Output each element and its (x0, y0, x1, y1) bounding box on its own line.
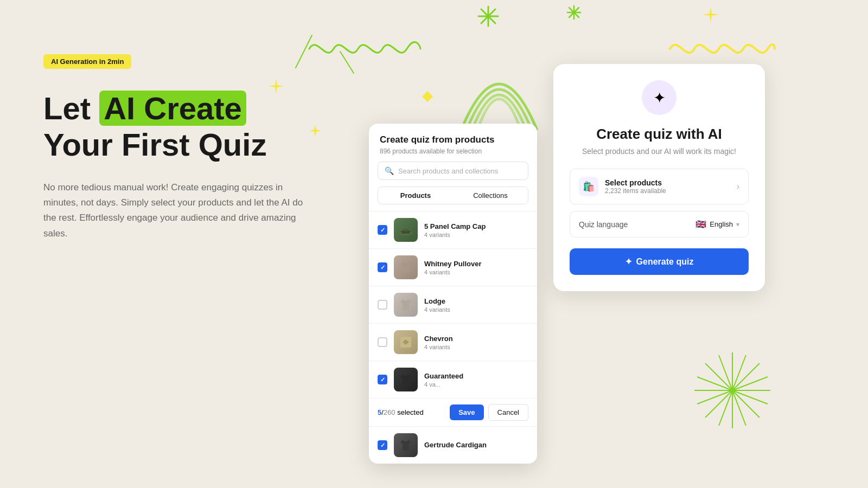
product-item-camp-cap[interactable]: 5 Panel Camp Cap 4 variants (369, 211, 537, 248)
products-modal: Create quiz from products 896 products a… (369, 124, 537, 464)
selected-number: 5 (378, 408, 381, 416)
checkbox-guaranteed[interactable] (378, 375, 387, 384)
modal-title: Create quiz from products (380, 134, 526, 145)
chevron-down-icon: ▾ (736, 221, 739, 228)
total-number: 260 (384, 408, 395, 416)
select-products-info: Select products 2,232 items available (605, 178, 737, 195)
product-item-whitney[interactable]: Whitney Pullover 4 variants (369, 248, 537, 286)
selected-count: 5/260 selected (378, 408, 424, 416)
hero-title: Let AI Create Your First Quiz (43, 91, 358, 163)
hero-title-prefix: Let (43, 91, 99, 126)
quiz-language-row[interactable]: Quiz language 🇬🇧 English ▾ (570, 211, 749, 237)
product-name-lodge: Lodge (424, 297, 528, 305)
product-info-chevron: Chevron 4 variants (424, 335, 528, 350)
hero-description: No more tedious manual work! Create enga… (43, 180, 315, 241)
product-thumb-gertrude (394, 433, 418, 457)
svg-rect-19 (401, 231, 410, 234)
svg-line-13 (705, 363, 760, 418)
svg-line-15 (697, 377, 768, 404)
product-thumb-guaranteed (394, 368, 418, 391)
product-name-gertrude: Gertrude Cardigan (424, 441, 528, 449)
product-info-whitney: Whitney Pullover 4 variants (424, 260, 528, 275)
svg-line-14 (697, 377, 768, 404)
shopping-bag-icon: 🛍️ (579, 177, 598, 196)
language-selector[interactable]: 🇬🇧 English ▾ (695, 219, 739, 229)
svg-line-3 (481, 9, 495, 23)
quiz-language-label: Quiz language (579, 220, 695, 229)
svg-line-6 (569, 8, 579, 17)
select-products-label: Select products (605, 178, 737, 187)
svg-line-12 (705, 363, 760, 418)
generate-quiz-button[interactable]: ✦ Generate quiz (570, 248, 749, 275)
save-bar: 5/260 selected Save Cancel (369, 398, 537, 426)
select-products-row[interactable]: 🛍️ Select products 2,232 items available… (570, 169, 749, 204)
product-item-chevron[interactable]: Chevron 4 variants (369, 323, 537, 361)
product-variants-chevron: 4 variants (424, 344, 528, 350)
cancel-button[interactable]: Cancel (488, 404, 528, 421)
product-item-guaranteed[interactable]: Guaranteed 4 va... (369, 361, 537, 398)
product-info-guaranteed: Guaranteed 4 va... (424, 372, 528, 388)
modal-header: Create quiz from products 896 products a… (369, 124, 537, 162)
product-list: 5 Panel Camp Cap 4 variants Whitney Pull… (369, 211, 537, 464)
generate-button-label: Generate quiz (636, 257, 694, 267)
ai-badge: AI Generation in 2min (43, 54, 131, 69)
product-info-gertrude: Gertrude Cardigan (424, 441, 528, 450)
hero-section: AI Generation in 2min Let AI Create Your… (43, 54, 358, 241)
product-name-guaranteed: Guaranteed (424, 372, 528, 380)
modal-subtitle: 896 products available for selection (380, 147, 526, 155)
svg-line-16 (719, 355, 746, 426)
search-bar[interactable]: 🔍 Search products and collections (378, 162, 528, 180)
checkbox-camp-cap[interactable] (378, 225, 387, 235)
save-button[interactable]: Save (450, 404, 483, 420)
product-variants-camp-cap: 4 variants (424, 232, 528, 238)
product-thumb-lodge (394, 293, 418, 317)
svg-line-2 (481, 9, 495, 23)
product-name-camp-cap: 5 Panel Camp Cap (424, 222, 528, 230)
ai-panel: ✦ Create quiz with AI Select products an… (553, 64, 765, 291)
product-item-gertrude[interactable]: Gertrude Cardigan (369, 426, 537, 464)
flag-icon: 🇬🇧 (695, 219, 706, 229)
product-variants-lodge: 4 variants (424, 306, 528, 313)
product-thumb-camp-cap (394, 218, 418, 242)
product-name-whitney: Whitney Pullover (424, 260, 528, 268)
svg-line-17 (719, 355, 746, 426)
checkbox-gertrude[interactable] (378, 440, 387, 450)
search-placeholder: Search products and collections (398, 167, 498, 175)
checkbox-chevron[interactable] (378, 337, 387, 347)
tab-products[interactable]: Products (378, 187, 453, 204)
product-info-lodge: Lodge 4 variants (424, 297, 528, 313)
chevron-right-icon: › (737, 182, 739, 191)
product-name-chevron: Chevron (424, 335, 528, 343)
hero-title-highlight: AI Create (99, 91, 246, 126)
checkbox-lodge[interactable] (378, 300, 387, 310)
hero-title-suffix: Your First Quiz (43, 127, 266, 162)
tab-bar: Products Collections (378, 187, 528, 204)
product-thumb-chevron (394, 330, 418, 354)
search-icon: 🔍 (385, 166, 394, 175)
language-name: English (710, 220, 733, 228)
product-variants-guaranteed: 4 va... (424, 381, 528, 388)
selected-label: selected (397, 408, 423, 416)
product-variants-whitney: 4 variants (424, 269, 528, 275)
ai-panel-title: Create quiz with AI (570, 126, 749, 143)
product-info-camp-cap: 5 Panel Camp Cap 4 variants (424, 222, 528, 238)
ai-sparkle-icon: ✦ (653, 89, 666, 107)
select-products-count: 2,232 items available (605, 187, 737, 195)
product-item-lodge[interactable]: Lodge 4 variants (369, 286, 537, 323)
checkbox-whitney[interactable] (378, 262, 387, 272)
product-thumb-whitney (394, 255, 418, 279)
ai-icon-container: ✦ (642, 80, 676, 115)
svg-line-7 (569, 8, 579, 17)
tab-collections[interactable]: Collections (453, 187, 528, 204)
generate-sparkle-icon: ✦ (625, 256, 632, 267)
ai-panel-subtitle: Select products and our AI will work its… (570, 147, 749, 156)
